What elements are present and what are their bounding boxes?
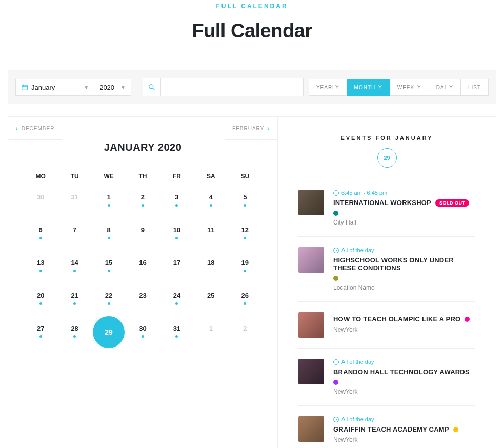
page-title: Full Calendar <box>8 20 496 42</box>
search-input[interactable] <box>161 78 304 96</box>
calendar-day[interactable]: 16 <box>126 250 159 282</box>
calendar-day[interactable]: 10 <box>160 217 194 250</box>
calendar-day[interactable]: 8 <box>92 217 126 250</box>
calendar-day[interactable]: 22 <box>92 282 126 315</box>
event-item[interactable]: All of the dayBRANDON HALL TECHNOLOGY AW… <box>298 348 475 405</box>
year-select[interactable]: 2020 ▼ <box>94 79 131 96</box>
calendar-day[interactable]: 9 <box>126 217 159 250</box>
calendar-day[interactable]: 21 <box>57 282 91 315</box>
calendar-day[interactable]: 17 <box>160 250 194 282</box>
events-day-badge: 29 <box>377 148 397 168</box>
event-time: 6:45 am - 6:45 pm <box>333 190 475 196</box>
calendar-day[interactable]: 14 <box>57 250 91 282</box>
event-dot <box>244 270 246 272</box>
view-tab-monthly[interactable]: MONTHLY <box>347 79 390 96</box>
view-tab-daily[interactable]: DAILY <box>429 79 461 96</box>
calendar-day[interactable]: 4 <box>194 184 228 217</box>
calendar-day[interactable]: 30 <box>126 315 159 348</box>
calendar-day[interactable]: 20 <box>24 282 57 315</box>
clock-icon <box>333 190 339 196</box>
calendar-day[interactable]: 1 <box>92 184 126 217</box>
weekday-label: TU <box>57 169 91 184</box>
event-thumbnail <box>298 416 324 442</box>
calendar-day: 30 <box>24 184 57 217</box>
view-tab-weekly[interactable]: WEEKLY <box>390 79 429 96</box>
event-location: NewYork <box>333 436 475 443</box>
weekday-label: SU <box>228 169 262 184</box>
event-thumbnail <box>298 312 324 338</box>
event-title: INTERNATIONAL WORKSHOP <box>333 199 431 207</box>
event-dot <box>108 204 110 207</box>
event-dot <box>73 270 76 272</box>
calendar-day[interactable]: 2 <box>126 184 159 217</box>
year-select-value: 2020 <box>99 84 114 91</box>
event-dot <box>39 270 42 272</box>
clock-icon <box>333 359 339 365</box>
event-dot <box>244 302 246 305</box>
calendar-day[interactable]: 5 <box>228 184 262 217</box>
search-icon <box>148 84 155 91</box>
weekday-label: SA <box>194 169 228 184</box>
calendar-day[interactable]: 15 <box>92 250 126 282</box>
event-dot <box>244 204 246 207</box>
view-tab-list[interactable]: LIST <box>461 79 489 96</box>
calendar-day[interactable]: 18 <box>194 250 228 282</box>
event-item[interactable]: 6:45 am - 6:45 pmINTERNATIONAL WORKSHOPS… <box>298 179 475 236</box>
event-dot <box>175 237 178 239</box>
calendar-day[interactable]: 7 <box>57 217 91 250</box>
weekday-label: FR <box>160 169 194 184</box>
prev-month-button[interactable]: ‹ DECEMBER <box>8 117 62 140</box>
event-item[interactable]: All of the dayGRAIFFIN TEACH ACADEMY CAM… <box>298 405 475 448</box>
calendar-day[interactable]: 31 <box>160 315 194 348</box>
event-thumbnail <box>298 247 324 273</box>
event-dot <box>108 302 110 305</box>
event-dot <box>175 204 178 207</box>
event-item[interactable]: All of the dayHIGHSCHOOL WORKS ONLY UNDE… <box>298 236 475 301</box>
month-select[interactable]: January ▼ <box>15 79 94 96</box>
event-dot <box>210 204 212 207</box>
event-time: All of the day <box>333 247 475 253</box>
calendar-day: 2 <box>228 315 262 348</box>
calendar-day[interactable]: 24 <box>160 282 194 315</box>
event-location: City Hall <box>333 219 475 226</box>
category-dot <box>465 317 470 322</box>
calendar-icon <box>21 84 28 91</box>
event-item[interactable]: HOW TO TEACH OLAMPIC LIKE A PRONewYork <box>298 301 475 348</box>
calendar-day[interactable]: 28 <box>57 315 91 348</box>
search-button[interactable] <box>143 78 161 96</box>
calendar-day[interactable]: 26 <box>228 282 262 315</box>
calendar-day[interactable]: 6 <box>24 217 57 250</box>
category-dot <box>333 276 338 281</box>
toolbar: January ▼ 2020 ▼ YEARLYMONTHLYWEEKLYDAIL… <box>8 70 496 104</box>
event-dot <box>39 335 42 338</box>
event-thumbnail <box>298 190 324 215</box>
calendar-day[interactable]: 23 <box>126 282 159 315</box>
calendar-day[interactable]: 3 <box>160 184 194 217</box>
calendar-day: 31 <box>57 184 91 217</box>
calendar-day[interactable]: 13 <box>24 250 57 282</box>
view-tabs: YEARLYMONTHLYWEEKLYDAILYLIST <box>309 79 489 96</box>
next-month-button[interactable]: FEBRUARY › <box>225 117 278 140</box>
view-tab-yearly[interactable]: YEARLY <box>309 79 347 96</box>
event-dot <box>142 335 144 338</box>
calendar-day[interactable]: 25 <box>194 282 228 315</box>
event-location: Location Name <box>333 284 475 291</box>
event-dot <box>175 302 178 305</box>
event-location: NewYork <box>333 388 475 395</box>
event-title: HIGHSCHOOL WORKS ONLY UNDER THESE CONDIT… <box>333 256 475 272</box>
event-thumbnail <box>298 359 324 384</box>
calendar-day[interactable]: 12 <box>228 217 262 250</box>
calendar-day: 1 <box>194 315 228 348</box>
calendar-day[interactable]: 11 <box>194 217 228 250</box>
next-month-label: FEBRUARY <box>232 126 264 131</box>
weekday-label: MO <box>24 169 57 184</box>
weekday-label: WE <box>92 169 126 184</box>
svg-point-1 <box>149 85 153 89</box>
calendar-day[interactable]: 27 <box>24 315 57 348</box>
events-heading: EVENTS FOR JANUARY <box>298 135 475 141</box>
calendar-day[interactable]: 19 <box>228 250 262 282</box>
event-time: All of the day <box>333 416 475 422</box>
calendar-title: JANUARY 2020 <box>24 141 262 153</box>
calendar-day[interactable]: 29 <box>92 315 126 348</box>
event-title: BRANDON HALL TECHNOLOGY AWARDS <box>333 368 470 376</box>
